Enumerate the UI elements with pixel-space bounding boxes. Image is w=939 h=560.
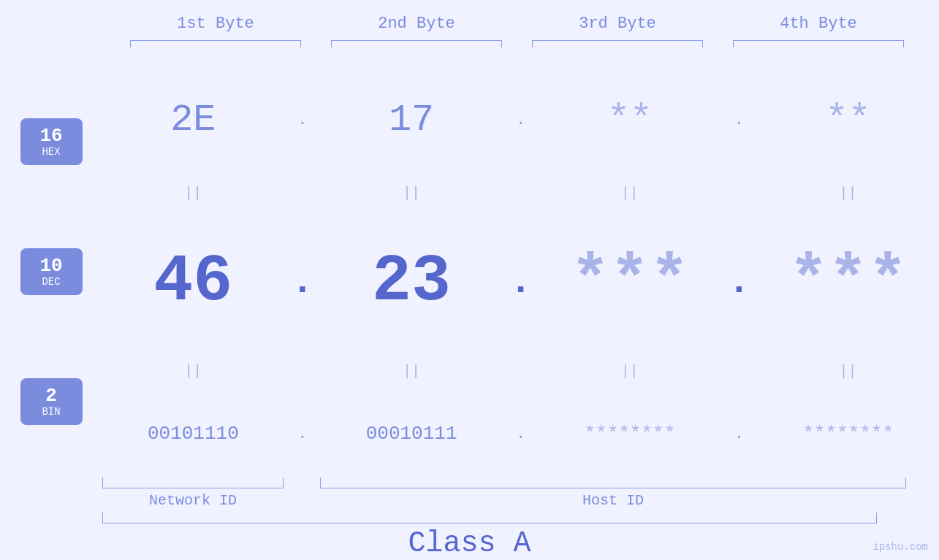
- hex-sep1: .: [284, 111, 321, 129]
- bin-b1: 00101110: [102, 423, 284, 445]
- network-id-label: Network ID: [102, 492, 284, 509]
- dec-b3: ***: [539, 245, 721, 319]
- bracket4: [718, 40, 919, 55]
- host-bracket: [320, 477, 906, 488]
- outer-bracket: [102, 513, 877, 523]
- bin-sep2: .: [503, 425, 539, 443]
- labels-gap: [284, 492, 320, 509]
- bracket3: [517, 40, 718, 55]
- hex-b2: 17: [321, 99, 503, 142]
- bottom-brackets: [102, 477, 906, 488]
- eq1-b4: ||: [757, 185, 939, 202]
- dec-badge-num: 10: [39, 256, 62, 277]
- dec-sep3: .: [721, 261, 757, 304]
- dec-row: 46 . 23 . *** . ***: [102, 245, 939, 319]
- dec-b4: ***: [757, 245, 939, 319]
- data-columns: 2E . 17 . ** . ** || || || || 46: [102, 69, 939, 474]
- byte1-header: 1st Byte: [115, 15, 316, 33]
- watermark: ipshu.com: [873, 541, 928, 553]
- bin-row: 00101110 . 00010111 . ******** . *******…: [102, 423, 939, 445]
- dec-b1: 46: [102, 245, 284, 319]
- bin-badge: 2 BIN: [20, 378, 83, 426]
- equals-row-2: || || || ||: [102, 363, 939, 380]
- eq1-b2: ||: [321, 185, 503, 202]
- dec-sep1: .: [284, 261, 321, 304]
- bin-sep3: .: [721, 425, 757, 443]
- bin-badge-num: 2: [45, 386, 57, 407]
- dec-badge: 10 DEC: [20, 248, 83, 296]
- dec-sep2: .: [503, 261, 539, 304]
- hex-badge-num: 16: [39, 126, 62, 147]
- byte-headers: 1st Byte 2nd Byte 3rd Byte 4th Byte: [115, 15, 919, 33]
- hex-sep2: .: [503, 111, 539, 129]
- hex-row: 2E . 17 . ** . **: [102, 99, 939, 142]
- hex-badge-label: HEX: [42, 146, 60, 158]
- bracket3-line: [532, 40, 703, 47]
- hex-sep3: .: [721, 111, 757, 129]
- class-label: Class A: [0, 527, 939, 560]
- bracket2: [316, 40, 517, 55]
- eq2-b1: ||: [102, 363, 284, 380]
- bracket4-line: [733, 40, 904, 47]
- bracket2-line: [331, 40, 502, 47]
- bottom-labels: Network ID Host ID: [102, 492, 906, 509]
- eq2-b2: ||: [321, 363, 503, 380]
- byte4-header: 4th Byte: [718, 15, 919, 33]
- bin-b3: ********: [539, 423, 721, 445]
- host-id-label: Host ID: [320, 492, 906, 509]
- bin-sep1: .: [284, 425, 321, 443]
- bin-badge-label: BIN: [42, 406, 60, 418]
- bracket1: [115, 40, 316, 55]
- bin-b2: 00010111: [321, 423, 503, 445]
- eq2-b3: ||: [539, 363, 721, 380]
- byte3-header: 3rd Byte: [517, 15, 718, 33]
- equals-row-1: || || || ||: [102, 185, 939, 202]
- network-bracket: [102, 477, 284, 488]
- eq1-b1: ||: [102, 185, 284, 202]
- main-container: 1st Byte 2nd Byte 3rd Byte 4th Byte 16 H…: [0, 0, 939, 560]
- bin-b4: ********: [757, 423, 939, 445]
- hex-b3: **: [539, 99, 721, 142]
- eq1-b3: ||: [539, 185, 721, 202]
- eq2-b4: ||: [757, 363, 939, 380]
- byte2-header: 2nd Byte: [316, 15, 517, 33]
- dec-badge-label: DEC: [42, 276, 60, 288]
- hex-b4: **: [757, 99, 939, 142]
- bracket1-line: [130, 40, 301, 47]
- hex-badge: 16 HEX: [20, 118, 83, 166]
- badge-column: 16 HEX 10 DEC 2 BIN: [0, 69, 102, 474]
- bottom-section: Network ID Host ID Class A: [0, 477, 939, 560]
- dec-b2: 23: [321, 245, 503, 319]
- top-brackets: [115, 40, 919, 55]
- hex-b1: 2E: [102, 99, 284, 142]
- main-content: 16 HEX 10 DEC 2 BIN 2E . 17 . ** . **: [0, 69, 939, 474]
